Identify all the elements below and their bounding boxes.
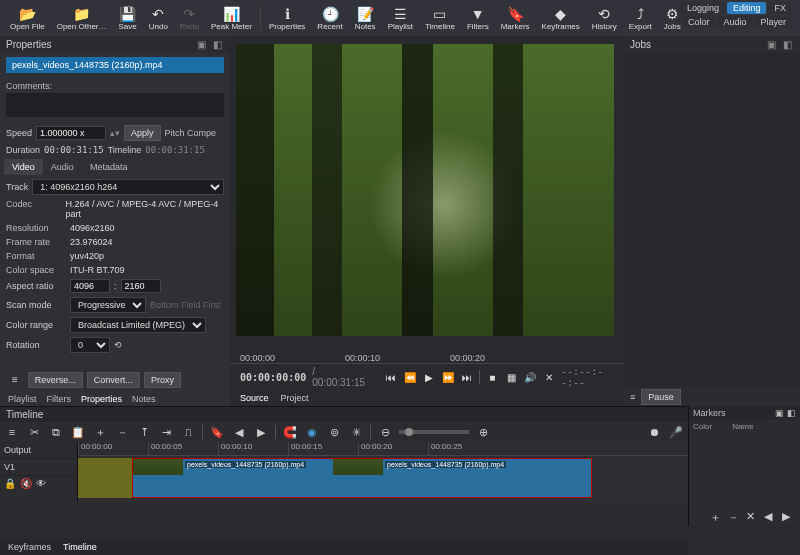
redo-button[interactable]: ↷Redo: [174, 4, 205, 33]
skip-start-icon[interactable]: ⏮: [385, 369, 398, 385]
tl-copy-icon[interactable]: ⧉: [48, 424, 64, 440]
layout-logging[interactable]: Logging: [681, 2, 725, 14]
filters-button[interactable]: ▼Filters: [461, 4, 495, 33]
aspect-w-input[interactable]: [70, 279, 110, 293]
tl-remove-icon[interactable]: －: [114, 424, 130, 440]
save-button[interactable]: 💾Save: [113, 4, 143, 33]
recent-button[interactable]: 🕘Recent: [311, 4, 348, 33]
video-clip[interactable]: pexels_videos_1448735 (2160p).mp4 pexels…: [132, 458, 592, 498]
properties-button[interactable]: ℹProperties: [263, 4, 311, 33]
layout-fx[interactable]: FX: [768, 2, 792, 14]
open-file-button[interactable]: 📂Open File: [4, 4, 51, 33]
tab-audio[interactable]: Audio: [43, 159, 82, 175]
tl-mic-icon[interactable]: 🎤: [668, 424, 684, 440]
timeline-bottom-tab[interactable]: Timeline: [63, 542, 97, 552]
speed-stepper-icon[interactable]: ▴▾: [110, 128, 120, 138]
marker-remove-icon[interactable]: －: [728, 510, 742, 524]
aspect-h-input[interactable]: [121, 279, 161, 293]
tl-paste-icon[interactable]: 📋: [70, 424, 86, 440]
tab-notes[interactable]: Notes: [132, 394, 156, 404]
dock-controls-icon[interactable]: ▣ ◧: [197, 39, 224, 50]
layout-editing[interactable]: Editing: [727, 2, 767, 14]
dock-controls-icon[interactable]: ▣ ◧: [767, 39, 794, 50]
tl-prev-icon[interactable]: ◀: [231, 424, 247, 440]
menu-icon[interactable]: ≡: [6, 372, 24, 388]
track-mute-icon[interactable]: 🔇: [20, 478, 32, 489]
scanmode-select[interactable]: Progressive: [70, 297, 146, 313]
tl-marker-icon[interactable]: 🔖: [209, 424, 225, 440]
grid-icon[interactable]: ▦: [505, 369, 518, 385]
tl-next-icon[interactable]: ▶: [253, 424, 269, 440]
pause-button[interactable]: Pause: [641, 389, 681, 405]
open-other-button[interactable]: 📁Open Other…: [51, 4, 113, 33]
convert-button[interactable]: Convert...: [87, 372, 140, 388]
keyframes-bottom-tab[interactable]: Keyframes: [8, 542, 51, 552]
layout-player[interactable]: Player: [754, 16, 792, 28]
source-tab[interactable]: Source: [240, 393, 269, 403]
tl-lift-icon[interactable]: ⤒: [136, 424, 152, 440]
mute-icon[interactable]: ✕: [542, 369, 555, 385]
tl-snap-icon[interactable]: 🧲: [282, 424, 298, 440]
fastfwd-icon[interactable]: ⏩: [441, 369, 454, 385]
rotation-reset-icon[interactable]: ⟲: [114, 340, 122, 350]
playlist-button[interactable]: ☰Playlist: [382, 4, 419, 33]
play-icon[interactable]: ▶: [423, 369, 436, 385]
current-time[interactable]: 00:00:00:00: [240, 372, 306, 383]
reverse-button[interactable]: Reverse...: [28, 372, 83, 388]
timeline-button[interactable]: ▭Timeline: [419, 4, 461, 33]
tl-cut-icon[interactable]: ✂: [26, 424, 42, 440]
tab-playlist[interactable]: Playlist: [8, 394, 37, 404]
speed-input[interactable]: [36, 126, 106, 140]
volume-icon[interactable]: 🔊: [523, 369, 536, 385]
pitch-checkbox[interactable]: Pitch Compe: [165, 128, 217, 138]
colorrange-select[interactable]: Broadcast Limited (MPEG): [70, 317, 206, 333]
stop-icon[interactable]: ■: [486, 369, 499, 385]
preview-ruler[interactable]: 00:00:0000:00:1000:00:20: [230, 340, 624, 364]
track-lock-icon[interactable]: 🔒: [4, 478, 16, 489]
tl-zoom-slider[interactable]: [399, 430, 469, 434]
marker-prev-icon[interactable]: ◀: [764, 510, 778, 524]
notes-button[interactable]: 📝Notes: [349, 4, 382, 33]
layout-audio[interactable]: Audio: [717, 16, 752, 28]
marker-add-icon[interactable]: ＋: [710, 510, 724, 524]
markers-button[interactable]: 🔖Markers: [495, 4, 536, 33]
layout-color[interactable]: Color: [682, 16, 716, 28]
undo-button[interactable]: ↶Undo: [143, 4, 174, 33]
video-preview[interactable]: [236, 44, 614, 336]
comments-input[interactable]: [6, 93, 224, 117]
track-hide-icon[interactable]: 👁: [36, 478, 46, 489]
output-strip[interactable]: [78, 458, 132, 498]
proxy-button[interactable]: Proxy: [144, 372, 181, 388]
tl-record-icon[interactable]: ⏺: [646, 424, 662, 440]
keyframes-button[interactable]: ◆Keyframes: [536, 4, 586, 33]
marker-next-icon[interactable]: ▶: [782, 510, 796, 524]
tab-video[interactable]: Video: [4, 159, 43, 175]
peak-meter-button[interactable]: 📊Peak Meter: [205, 4, 258, 33]
rewind-icon[interactable]: ⏪: [404, 369, 417, 385]
current-file[interactable]: pexels_videos_1448735 (2160p).mp4: [6, 57, 224, 73]
tab-filters[interactable]: Filters: [47, 394, 72, 404]
tab-properties[interactable]: Properties: [81, 394, 122, 404]
tl-zoom-in-icon[interactable]: ⊕: [475, 424, 491, 440]
dock-controls-icon[interactable]: ▣ ◧: [775, 408, 796, 418]
tl-scrub-icon[interactable]: ◉: [304, 424, 320, 440]
timeline-tracks[interactable]: 00:00:0000:00:0500:00:1000:00:1500:00:20…: [78, 442, 688, 502]
export-button[interactable]: ⤴Export: [623, 4, 658, 33]
tab-metadata[interactable]: Metadata: [82, 159, 136, 175]
tl-overwrite-icon[interactable]: ⇥: [158, 424, 174, 440]
tl-ripple-icon[interactable]: ⊚: [326, 424, 342, 440]
project-tab[interactable]: Project: [281, 393, 309, 403]
tl-split-icon[interactable]: ⎍: [180, 424, 196, 440]
tl-menu-icon[interactable]: ≡: [4, 424, 20, 440]
rotation-select[interactable]: 0: [70, 337, 110, 353]
history-button[interactable]: ⟲History: [586, 4, 623, 33]
jobs-menu-icon[interactable]: ≡: [630, 392, 635, 402]
track-select[interactable]: 1: 4096x2160 h264: [32, 179, 224, 195]
skip-end-icon[interactable]: ⏭: [460, 369, 473, 385]
tl-ripple-all-icon[interactable]: ✳: [348, 424, 364, 440]
apply-button[interactable]: Apply: [124, 125, 161, 141]
tl-zoom-out-icon[interactable]: ⊖: [377, 424, 393, 440]
timeline-ruler[interactable]: 00:00:0000:00:0500:00:1000:00:1500:00:20…: [78, 442, 688, 456]
tl-add-icon[interactable]: ＋: [92, 424, 108, 440]
marker-clear-icon[interactable]: ✕: [746, 510, 760, 524]
